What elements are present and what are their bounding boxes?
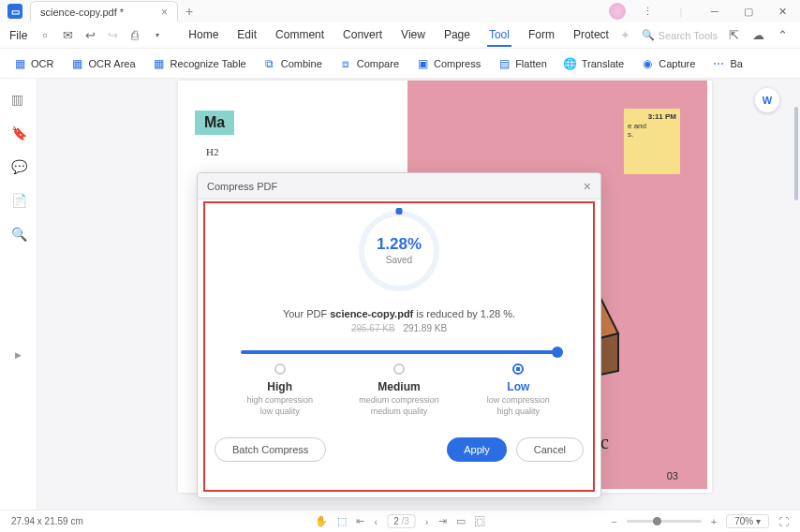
tool-icon: 🌐 bbox=[564, 57, 577, 70]
last-page-icon[interactable]: ⇥ bbox=[438, 515, 447, 527]
tool-recognize-table[interactable]: ▦Recognize Table bbox=[153, 57, 246, 70]
compress-level-slider[interactable] bbox=[241, 350, 557, 354]
tool-combine[interactable]: ⧉Combine bbox=[263, 57, 322, 70]
menu-comment[interactable]: Comment bbox=[274, 24, 326, 47]
radio-icon bbox=[393, 363, 405, 375]
zoom-out-icon[interactable]: − bbox=[611, 516, 616, 527]
tool-ocr[interactable]: ▦OCR bbox=[13, 57, 53, 70]
option-title: Low bbox=[461, 380, 575, 393]
attachments-icon[interactable]: 📄 bbox=[11, 193, 26, 208]
doc-heading: Ma bbox=[195, 111, 234, 135]
hand-tool-icon[interactable]: ✋ bbox=[315, 515, 328, 527]
expand-rail-icon[interactable]: ▶ bbox=[15, 350, 22, 360]
print-icon[interactable]: ⎙ bbox=[126, 27, 143, 44]
compress-option-medium[interactable]: Mediummedium compressionmedium quality bbox=[342, 363, 456, 417]
tool-icon: ⧉ bbox=[263, 57, 276, 70]
cancel-button[interactable]: Cancel bbox=[516, 437, 584, 462]
kebab-menu-icon[interactable]: ⋮ bbox=[635, 2, 659, 21]
menu-view[interactable]: View bbox=[399, 24, 427, 47]
wand-icon[interactable]: ✦ bbox=[617, 27, 634, 44]
new-size: 291.89 KB bbox=[403, 323, 447, 333]
apply-button[interactable]: Apply bbox=[447, 437, 507, 462]
tab-title: science-copy.pdf * bbox=[40, 7, 124, 18]
doc-page-number: 03 bbox=[667, 470, 678, 481]
menu-form[interactable]: Form bbox=[526, 24, 556, 47]
tool-compare[interactable]: ⧈Compare bbox=[339, 57, 399, 70]
print-dropdown-icon[interactable]: ▾ bbox=[149, 27, 166, 44]
dialog-title: Compress PDF bbox=[207, 181, 277, 192]
prev-page-icon[interactable]: ‹ bbox=[374, 516, 378, 527]
document-tab[interactable]: science-copy.pdf * × bbox=[30, 1, 178, 22]
option-title: Medium bbox=[342, 380, 456, 393]
comments-icon[interactable]: 💬 bbox=[11, 159, 26, 174]
menu-home[interactable]: Home bbox=[186, 24, 220, 47]
statusbar: 27.94 x 21.59 cm ✋ ⬚ ⇤ ‹ 2 /3 › ⇥ ▭ ⿴ − … bbox=[0, 510, 800, 532]
batch-compress-button[interactable]: Batch Compress bbox=[215, 437, 326, 462]
tool-flatten[interactable]: ▤Flatten bbox=[497, 57, 547, 70]
sticky-note[interactable]: 3:11 PM e and s. bbox=[624, 109, 680, 174]
tab-close-icon[interactable]: × bbox=[161, 6, 168, 19]
tool-icon: ◉ bbox=[641, 57, 654, 70]
bookmarks-icon[interactable]: 🔖 bbox=[11, 126, 26, 140]
close-window-button[interactable]: ✕ bbox=[770, 2, 794, 21]
file-sizes: 295.67 KB 291.89 KB bbox=[213, 323, 585, 333]
maximize-button[interactable]: ▢ bbox=[736, 2, 761, 21]
page-input[interactable]: 2 /3 bbox=[387, 514, 416, 528]
tool-ocr-area[interactable]: ▦OCR Area bbox=[70, 57, 135, 70]
vertical-scrollbar[interactable] bbox=[794, 107, 798, 200]
word-export-badge[interactable]: W bbox=[755, 88, 779, 112]
tool-icon: ▦ bbox=[13, 57, 26, 70]
user-avatar[interactable] bbox=[609, 3, 626, 20]
next-page-icon[interactable]: › bbox=[425, 516, 429, 527]
new-tab-button[interactable]: + bbox=[185, 4, 193, 19]
cloud-icon[interactable]: ☁ bbox=[749, 27, 766, 44]
tool-icon: ▤ bbox=[497, 57, 511, 70]
minimize-button[interactable]: ─ bbox=[703, 2, 727, 21]
titlebar: ▭ science-copy.pdf * × + ⋮ | ─ ▢ ✕ bbox=[0, 0, 800, 22]
save-icon[interactable]: ▫ bbox=[37, 27, 53, 44]
fit-width-icon[interactable]: ▭ bbox=[456, 515, 466, 527]
dialog-close-icon[interactable]: × bbox=[584, 179, 591, 194]
option-desc: low compressionhigh quality bbox=[461, 395, 575, 417]
select-tool-icon[interactable]: ⬚ bbox=[337, 515, 347, 527]
menu-protect[interactable]: Protect bbox=[571, 24, 611, 47]
collapse-icon[interactable]: ⌃ bbox=[774, 27, 791, 44]
zoom-in-icon[interactable]: + bbox=[711, 516, 717, 527]
search-panel-icon[interactable]: 🔍 bbox=[11, 227, 26, 242]
main-menu: HomeEditCommentConvertViewPageToolFormPr… bbox=[186, 24, 611, 47]
compress-summary: Your PDF science-copy.pdf is reduced by … bbox=[213, 308, 585, 319]
thumbnails-icon[interactable]: ▥ bbox=[11, 92, 26, 107]
compress-options: Highhigh compressionlow qualityMediummed… bbox=[213, 363, 585, 417]
compress-option-high[interactable]: Highhigh compressionlow quality bbox=[223, 363, 337, 417]
tool-translate[interactable]: 🌐Translate bbox=[564, 57, 624, 70]
zoom-value[interactable]: 70% ▾ bbox=[726, 514, 769, 528]
fullscreen-icon[interactable]: ⛶ bbox=[778, 516, 789, 527]
menu-tool[interactable]: Tool bbox=[487, 24, 511, 47]
tool-capture[interactable]: ◉Capture bbox=[641, 57, 695, 70]
redo-icon[interactable]: ↪ bbox=[104, 27, 121, 44]
first-page-icon[interactable]: ⇤ bbox=[356, 515, 364, 527]
tool-ba[interactable]: ⋯Ba bbox=[712, 57, 742, 70]
search-tools[interactable]: 🔍 Search Tools bbox=[642, 29, 718, 41]
dialog-header[interactable]: Compress PDF × bbox=[198, 173, 600, 200]
saved-label: Saved bbox=[359, 255, 439, 265]
share-icon[interactable]: ⇱ bbox=[725, 27, 742, 44]
separator: | bbox=[669, 2, 693, 21]
zoom-slider[interactable] bbox=[627, 520, 702, 523]
fit-page-icon[interactable]: ⿴ bbox=[475, 516, 485, 527]
left-rail: ▥ 🔖 💬 📄 🔍 ▶ bbox=[0, 79, 37, 510]
main-area: ▥ 🔖 💬 📄 🔍 ▶ Ma H2 3:11 PM e and s. bbox=[0, 79, 800, 510]
menubar: File ▫ ✉ ↩ ↪ ⎙ ▾ HomeEditCommentConvertV… bbox=[0, 22, 800, 49]
tool-compress[interactable]: ▣Compress bbox=[416, 57, 481, 70]
file-menu[interactable]: File bbox=[9, 29, 27, 42]
compress-option-low[interactable]: Lowlow compressionhigh quality bbox=[461, 363, 575, 417]
option-desc: high compressionlow quality bbox=[223, 395, 337, 417]
tool-icon: ▦ bbox=[70, 57, 83, 70]
menu-page[interactable]: Page bbox=[442, 24, 472, 47]
menu-edit[interactable]: Edit bbox=[235, 24, 259, 47]
menu-convert[interactable]: Convert bbox=[341, 24, 384, 47]
mail-icon[interactable]: ✉ bbox=[59, 27, 76, 44]
app-icon: ▭ bbox=[7, 4, 22, 19]
slider-thumb[interactable] bbox=[552, 347, 563, 358]
undo-icon[interactable]: ↩ bbox=[81, 27, 98, 44]
